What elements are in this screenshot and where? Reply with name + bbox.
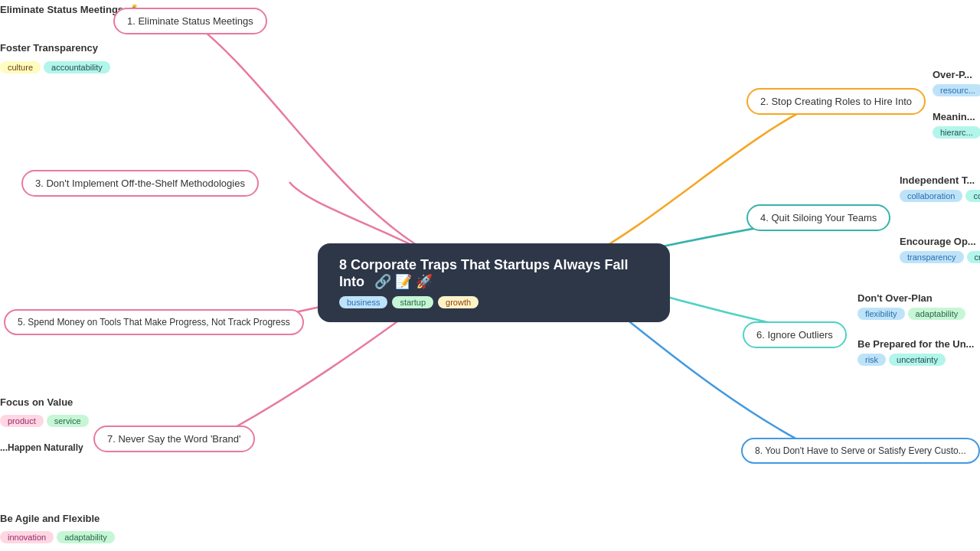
tag-service: service	[47, 415, 89, 427]
mindmap-canvas: Eliminate Status Meetings 💰 Foster Trans…	[0, 0, 980, 551]
node-7[interactable]: 7. Never Say the Word 'Brand'	[93, 425, 255, 452]
independent-tags: collaboration co...	[900, 190, 980, 202]
over-tags: resourc...	[933, 84, 980, 96]
node-6[interactable]: 6. Ignore Outliers	[743, 321, 847, 348]
agile-flexible-label: Be Agile and Flexible	[0, 513, 100, 524]
tag-growth: growth	[438, 296, 479, 308]
tag-transparency: transparency	[900, 251, 964, 263]
tag-cr: cr...	[967, 251, 980, 263]
tag-product: product	[0, 415, 44, 427]
dont-overplan-label: Don't Over-Plan	[858, 292, 933, 304]
encourage-tags: transparency cr...	[900, 251, 980, 263]
node-2[interactable]: 2. Stop Creating Roles to Hire Into	[746, 88, 926, 115]
tag-accountability: accountability	[44, 61, 110, 73]
tag-startup: startup	[392, 296, 433, 308]
meaning-label: Meanin...	[933, 111, 975, 122]
dont-overplan-tags: flexibility adaptability	[858, 308, 965, 320]
agile-tags: innovation adaptability	[0, 531, 115, 543]
tag-risk: risk	[858, 354, 886, 366]
tag-innovation: innovation	[0, 531, 54, 543]
tag-hierarchy: hierarc...	[933, 126, 980, 139]
tag-resources: resourc...	[933, 84, 980, 96]
happen-naturally-label: ...Happen Naturally	[0, 442, 83, 453]
foster-tags: culture accountability	[0, 61, 110, 73]
tag-adaptability: adaptability	[57, 531, 115, 543]
tag-collaboration: collaboration	[900, 190, 962, 202]
center-icons: 🔗 📝 🚀	[374, 273, 433, 290]
independent-label: Independent T...	[900, 174, 975, 186]
node-4[interactable]: 4. Quit Siloing Your Teams	[746, 204, 890, 231]
meaning-tags: hierarc...	[933, 126, 980, 139]
focus-tags: product service	[0, 415, 89, 427]
tag-culture: culture	[0, 61, 41, 73]
prepared-label: Be Prepared for the Un...	[858, 338, 974, 350]
tag-business: business	[339, 296, 387, 308]
node-3[interactable]: 3. Don't Implement Off-the-Shelf Methodo…	[21, 170, 259, 197]
prepared-tags: risk uncertainty	[858, 354, 946, 366]
node-8[interactable]: 8. You Don't Have to Serve or Satisfy Ev…	[741, 438, 980, 464]
node-1[interactable]: 1. Eliminate Status Meetings	[113, 8, 267, 34]
tag-adaptability2: adaptability	[908, 308, 966, 320]
foster-transparency-label: Foster Transparency	[0, 42, 98, 54]
focus-value-label: Focus on Value	[0, 396, 73, 408]
center-node[interactable]: 8 Corporate Traps That Startups Always F…	[318, 243, 670, 322]
node-5[interactable]: 5. Spend Money on Tools That Make Progre…	[4, 309, 304, 335]
tag-uncertainty: uncertainty	[889, 354, 946, 366]
tag-flexibility: flexibility	[858, 308, 905, 320]
center-tags: business startup growth	[339, 296, 648, 308]
over-p-label: Over-P...	[933, 69, 972, 80]
encourage-label: Encourage Op...	[900, 236, 976, 247]
tag-co: co...	[965, 190, 980, 202]
